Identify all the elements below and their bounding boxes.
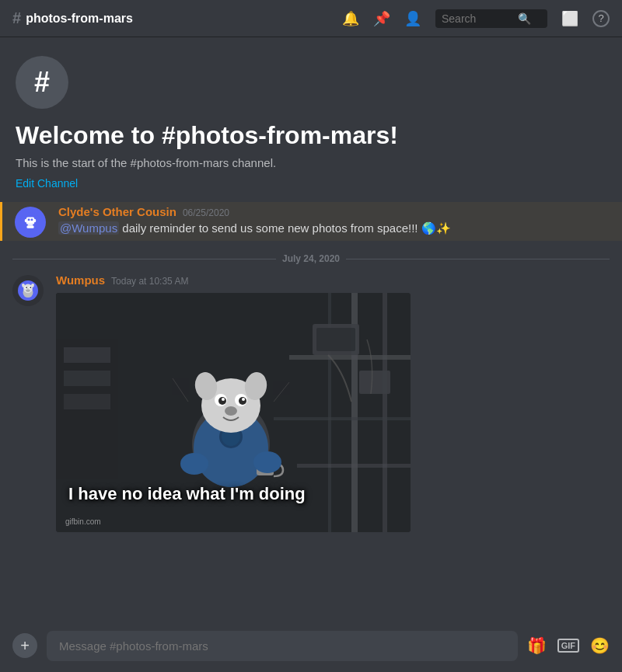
emoji-icon[interactable]: 😊 bbox=[590, 636, 610, 655]
message-username[interactable]: Clyde's Other Cousin bbox=[58, 205, 176, 218]
svg-point-13 bbox=[26, 287, 27, 288]
divider-line bbox=[12, 259, 276, 259]
svg-point-46 bbox=[225, 406, 237, 416]
members-icon[interactable]: 👤 bbox=[404, 10, 421, 27]
svg-point-14 bbox=[30, 287, 31, 288]
divider-line bbox=[346, 259, 610, 259]
svg-rect-1 bbox=[26, 218, 34, 225]
svg-rect-27 bbox=[316, 328, 355, 351]
message-header: Clyde's Other Cousin 06/25/2020 bbox=[58, 205, 610, 218]
svg-rect-31 bbox=[64, 371, 110, 386]
svg-rect-4 bbox=[25, 219, 27, 222]
svg-point-48 bbox=[180, 453, 208, 475]
svg-rect-24 bbox=[274, 417, 411, 420]
divider-text: July 24, 2020 bbox=[282, 253, 340, 264]
topbar: # photos-from-mars 🔔 📌 👤 🔍 ⬜ ? bbox=[0, 0, 622, 37]
svg-rect-32 bbox=[64, 394, 110, 409]
svg-point-17 bbox=[26, 288, 30, 291]
avatar bbox=[12, 275, 44, 306]
bell-icon[interactable]: 🔔 bbox=[342, 10, 359, 27]
message-input[interactable] bbox=[47, 631, 518, 661]
table-row: Wumpus Today at 10:35 AM bbox=[0, 270, 622, 535]
gif-watermark: gifbin.com bbox=[65, 517, 101, 526]
messages-area: Clyde's Other Cousin 06/25/2020 @Wumpus … bbox=[0, 202, 622, 619]
gif-text: I have no idea what I'm doing bbox=[68, 484, 306, 504]
svg-rect-6 bbox=[28, 225, 33, 226]
svg-point-49 bbox=[253, 451, 281, 473]
gif-button[interactable]: GIF bbox=[557, 639, 579, 653]
wumpus-avatar-image bbox=[18, 280, 38, 301]
svg-rect-3 bbox=[31, 218, 33, 221]
bottom-bar: + 🎁 GIF 😊 bbox=[0, 619, 622, 672]
channel-name-label: photos-from-mars bbox=[26, 12, 133, 26]
edit-channel-link[interactable]: Edit Channel bbox=[16, 177, 606, 190]
svg-point-45 bbox=[242, 398, 245, 401]
date-divider: July 24, 2020 bbox=[0, 241, 622, 270]
gif-container: I have no idea what I'm doing gifbin.com bbox=[56, 293, 411, 532]
gift-icon[interactable]: 🎁 bbox=[527, 636, 547, 655]
svg-rect-5 bbox=[34, 219, 37, 222]
search-box[interactable]: 🔍 bbox=[435, 9, 547, 28]
avatar bbox=[15, 207, 46, 238]
wumpus-timestamp: Today at 10:35 AM bbox=[111, 276, 188, 287]
monitor-icon[interactable]: ⬜ bbox=[561, 10, 578, 27]
svg-rect-22 bbox=[383, 293, 387, 532]
message-timestamp: 06/25/2020 bbox=[183, 207, 229, 218]
svg-rect-30 bbox=[64, 347, 110, 363]
welcome-subtitle: This is the start of the #photos-from-ma… bbox=[16, 156, 606, 169]
svg-rect-25 bbox=[297, 464, 411, 468]
pin-icon[interactable]: 📌 bbox=[373, 10, 390, 27]
svg-rect-7 bbox=[26, 226, 33, 228]
welcome-hash-icon: # bbox=[16, 56, 68, 109]
table-row: Clyde's Other Cousin 06/25/2020 @Wumpus … bbox=[0, 202, 622, 241]
gif-inner: I have no idea what I'm doing gifbin.com bbox=[56, 293, 411, 532]
search-icon: 🔍 bbox=[518, 12, 531, 25]
help-icon[interactable]: ? bbox=[592, 10, 610, 27]
content-area: # Welcome to #photos-from-mars! This is … bbox=[0, 37, 622, 619]
message-header: Wumpus Today at 10:35 AM bbox=[56, 273, 610, 287]
welcome-title: Welcome to #photos-from-mars! bbox=[16, 121, 606, 150]
svg-rect-23 bbox=[289, 355, 411, 360]
message-text-rest: daily reminder to send us some new photo… bbox=[122, 221, 450, 235]
clyde-avatar-image bbox=[20, 212, 40, 232]
message-body: Wumpus Today at 10:35 AM bbox=[56, 273, 610, 532]
message-text: @Wumpus daily reminder to send us some n… bbox=[58, 220, 610, 236]
welcome-section: # Welcome to #photos-from-mars! This is … bbox=[0, 37, 622, 202]
message-body: Clyde's Other Cousin 06/25/2020 @Wumpus … bbox=[58, 205, 610, 236]
mention[interactable]: @Wumpus bbox=[58, 221, 119, 235]
svg-rect-28 bbox=[359, 371, 390, 394]
wumpus-username[interactable]: Wumpus bbox=[56, 273, 105, 287]
channel-title: # photos-from-mars bbox=[12, 9, 133, 27]
hash-symbol: # bbox=[34, 66, 50, 99]
svg-point-44 bbox=[222, 398, 225, 401]
bottom-icons: 🎁 GIF 😊 bbox=[527, 636, 610, 655]
hash-icon: # bbox=[12, 9, 21, 27]
add-button[interactable]: + bbox=[12, 633, 37, 658]
search-input[interactable] bbox=[442, 12, 512, 25]
svg-rect-2 bbox=[28, 218, 30, 221]
topbar-icons: 🔔 📌 👤 🔍 ⬜ ? bbox=[342, 9, 610, 28]
